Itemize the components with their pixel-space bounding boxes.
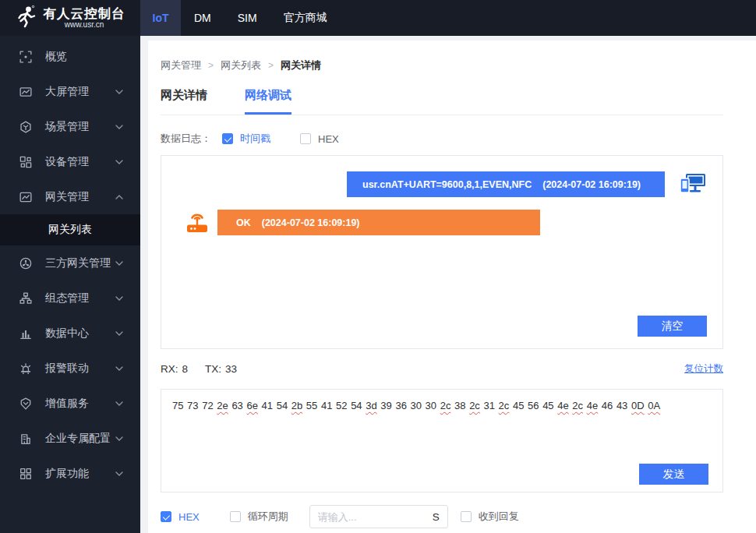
hex-send-label: HEX [178,511,200,523]
hex-display-label: HEX [318,133,339,145]
hex-byte: 2b [291,400,302,411]
sidebar-item-label: 大屏管理 [45,85,115,99]
chevron-down-icon [115,296,123,301]
loop-period-checkbox[interactable] [230,511,241,522]
hex-byte: 4e [587,400,598,411]
reply-received-checkbox-group[interactable]: 收到回复 [461,510,519,524]
tx-value: 33 [225,363,237,375]
value-added-icon [19,397,32,410]
topnav-item-SIM[interactable]: SIM [224,0,270,36]
chevron-down-icon [115,125,123,129]
topnav-item-官方商城[interactable]: 官方商城 [270,0,341,36]
sidebar-subitem-网关列表[interactable]: 网关列表 [0,214,140,245]
hex-byte: 72 [202,400,213,411]
hex-byte: 2c [469,400,480,411]
extension-icon [19,468,32,480]
hex-byte: 30 [411,400,422,411]
sidebar: 概览大屏管理场景管理设备管理网关管理网关列表三方网关管理组态管理数据中心报警联动… [0,36,140,533]
chevron-down-icon [115,401,123,406]
hex-input[interactable]: 75 73 72 2e 63 6e 41 54 2b 55 41 52 54 3… [172,398,712,414]
brand-logo[interactable]: 有人云控制台 www.usr.cn [0,0,140,36]
sidebar-item-三方网关管理[interactable]: 三方网关管理 [0,245,140,281]
gateway-icon [19,191,32,203]
topnav-item-IoT[interactable]: IoT [140,0,181,36]
timestamp-checkbox[interactable] [222,133,233,144]
enterprise-config-icon [19,432,32,445]
hex-byte: 2e [217,400,228,411]
top-nav-items: IoTDMSIM官方商城 [140,0,341,36]
hex-byte: 54 [351,400,362,411]
sidebar-item-label: 场景管理 [45,120,115,134]
rx-value: 8 [182,363,189,375]
hex-byte: 0D [631,400,645,411]
sidebar-item-网关管理[interactable]: 网关管理 [0,179,140,214]
breadcrumb-separator: > [208,60,214,71]
sidebar-item-label: 数据中心 [45,327,115,341]
usr-person-logo-icon [16,5,37,31]
received-message-row: OK (2024-07-02 16:09:19) [161,210,722,235]
hex-byte: 52 [336,400,347,411]
sidebar-item-场景管理[interactable]: 场景管理 [0,109,140,144]
sidebar-item-数据中心[interactable]: 数据中心 [0,316,140,351]
hex-byte: 41 [262,400,273,411]
topnav-item-DM[interactable]: DM [181,0,224,36]
tab-network-debug[interactable]: 网络调试 [245,88,291,115]
data-log-controls: 数据日志： 时间戳 HEX [161,132,723,146]
hex-byte: 56 [528,400,539,411]
hex-byte: 46 [602,400,613,411]
sidebar-item-设备管理[interactable]: 设备管理 [0,144,140,179]
breadcrumb-gateway-management[interactable]: 网关管理 [161,58,201,72]
hex-send-checkbox[interactable] [161,511,171,522]
hex-byte: 2c [440,400,451,411]
sidebar-item-label: 设备管理 [45,155,115,169]
sidebar-item-概览[interactable]: 概览 [0,39,140,74]
loop-period-input[interactable] [318,511,428,523]
chevron-up-icon [115,195,123,199]
sidebar-item-扩展功能[interactable]: 扩展功能 [0,456,140,491]
device-icon [19,156,32,168]
loop-period-label: 循环周期 [248,510,288,524]
reply-received-label: 收到回复 [479,510,519,524]
loop-period-checkbox-group[interactable]: 循环周期 [230,510,288,524]
chevron-down-icon [115,366,123,371]
hex-byte: 6e [246,400,257,411]
chevron-down-icon [115,160,123,164]
breadcrumb-gateway-list[interactable]: 网关列表 [221,58,261,72]
sidebar-item-企业专属配置[interactable]: 企业专属配置 [0,421,140,456]
send-input-panel[interactable]: 75 73 72 2e 63 6e 41 54 2b 55 41 52 54 3… [161,389,723,492]
sent-message-row: usr.cnAT+UART=9600,8,1,EVEN,NFC (2024-07… [161,171,722,197]
tx-label: TX: [205,363,221,375]
hex-byte: 30 [426,400,436,411]
sidebar-item-label: 三方网关管理 [45,256,115,270]
reset-counter-link[interactable]: 复位计数 [684,362,723,376]
hex-display-checkbox[interactable] [300,133,311,144]
hex-byte: 36 [395,400,406,411]
chevron-down-icon [115,436,123,441]
sent-message-time: (2024-07-02 16:09:19) [542,179,641,190]
app-window: 有人云控制台 www.usr.cn IoTDMSIM官方商城 概览大屏管理场景管… [0,0,756,533]
message-log-panel: usr.cnAT+UART=9600,8,1,EVEN,NFC (2024-07… [161,155,723,349]
hex-display-checkbox-group[interactable]: HEX [300,133,339,145]
hex-byte: 31 [484,400,495,411]
computer-icon [679,172,707,196]
clear-button[interactable]: 清空 [638,316,707,337]
reply-received-checkbox[interactable] [461,511,472,522]
hex-byte: 73 [187,400,198,411]
sidebar-item-label: 扩展功能 [45,467,115,481]
sidebar-item-增值服务[interactable]: 增值服务 [0,386,140,421]
data-center-icon [19,327,32,340]
send-button[interactable]: 发送 [639,464,708,485]
timestamp-checkbox-group[interactable]: 时间戳 [222,132,270,146]
breadcrumb: 网关管理 > 网关列表 > 网关详情 [161,41,723,72]
third-party-gateway-icon [19,257,32,270]
sidebar-item-label: 增值服务 [45,397,115,411]
tab-gateway-detail[interactable]: 网关详情 [161,88,207,115]
scene-icon [19,121,32,133]
received-message-bubble: OK (2024-07-02 16:09:19) [217,210,540,235]
hex-send-checkbox-group[interactable]: HEX [161,511,200,523]
chevron-down-icon [115,90,123,94]
sidebar-item-大屏管理[interactable]: 大屏管理 [0,74,140,109]
hex-byte: 38 [454,400,465,411]
sidebar-item-组态管理[interactable]: 组态管理 [0,281,140,316]
sidebar-item-报警联动[interactable]: 报警联动 [0,351,140,386]
